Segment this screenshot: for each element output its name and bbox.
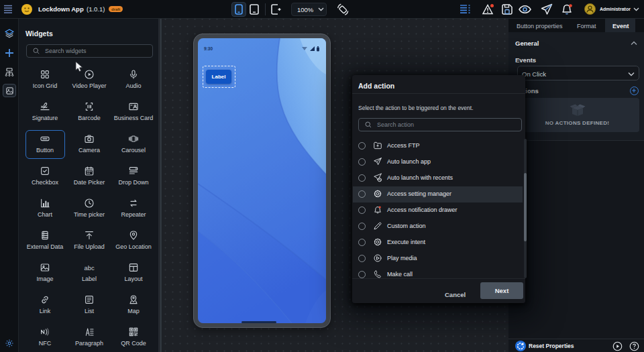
svg-text:abc: abc — [84, 264, 94, 272]
